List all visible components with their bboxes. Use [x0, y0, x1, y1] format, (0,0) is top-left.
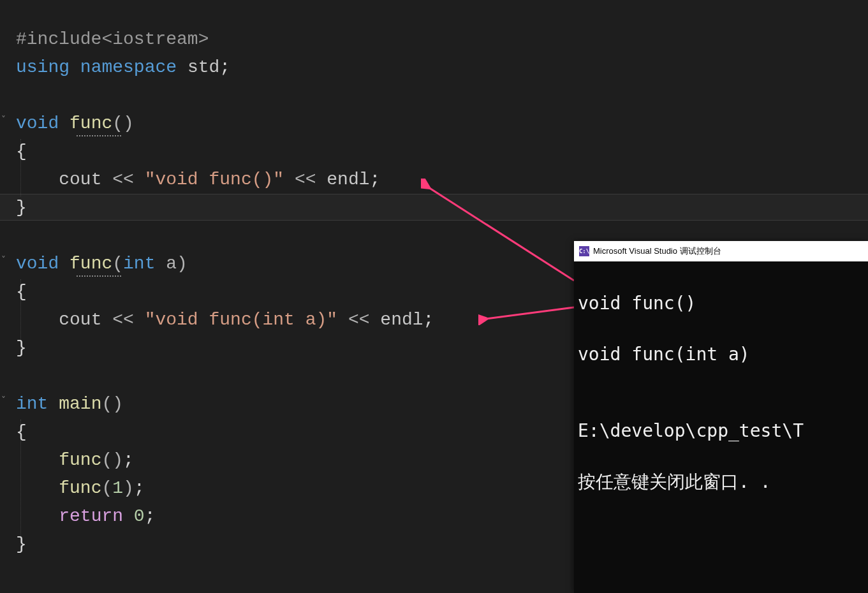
function-call: func — [59, 478, 101, 498]
code-line: { — [16, 138, 868, 166]
code-line: cout << "void func()" << endl; — [16, 166, 868, 194]
output-line: void func() — [578, 291, 864, 316]
output-line: E:\develop\cpp_test\T — [578, 418, 864, 444]
function-call: func — [59, 450, 101, 470]
number-literal: 1 — [112, 478, 123, 498]
keyword-void: void — [16, 113, 59, 133]
identifier-std: std — [188, 57, 219, 77]
identifier-cout: cout — [59, 310, 101, 330]
code-line — [16, 82, 868, 110]
brace: { — [16, 422, 27, 442]
code-line: } — [16, 194, 868, 222]
window-title: Microsoft Visual Studio 调试控制台 — [593, 245, 721, 257]
code-line: void func() — [16, 110, 868, 138]
identifier-endl: endl — [327, 170, 369, 189]
brace: } — [16, 198, 27, 217]
keyword-void: void — [16, 254, 59, 274]
keyword-using: using — [16, 57, 70, 77]
number-literal: 0 — [134, 506, 145, 526]
debug-console-window[interactable]: C:\ Microsoft Visual Studio 调试控制台 void f… — [574, 241, 868, 593]
code-line: #include<iostream> — [16, 26, 868, 54]
console-icon: C:\ — [579, 246, 589, 256]
console-output[interactable]: void func() void func(int a) E:\develop\… — [574, 261, 868, 550]
code-line: using namespace std; — [16, 54, 868, 82]
brace: } — [16, 338, 27, 358]
keyword-namespace: namespace — [80, 57, 177, 77]
output-line: 按任意键关闭此窗口. . — [578, 469, 864, 495]
keyword-return: return — [59, 506, 123, 526]
preprocessor: #include — [16, 29, 101, 49]
identifier-endl: endl — [380, 310, 423, 330]
window-titlebar[interactable]: C:\ Microsoft Visual Studio 调试控制台 — [574, 241, 868, 261]
keyword-int: int — [16, 394, 48, 414]
brace: { — [16, 282, 27, 302]
string-literal: "void func(int a)" — [145, 310, 337, 330]
param-name: a — [166, 254, 177, 274]
parens: () — [101, 394, 123, 414]
identifier-cout: cout — [59, 170, 101, 189]
function-name: func — [70, 113, 112, 133]
output-line: void func(int a) — [578, 342, 864, 367]
string-literal: "void func()" — [145, 170, 284, 189]
function-name: main — [59, 394, 101, 414]
header: <iostream> — [101, 29, 209, 49]
brace: { — [16, 142, 27, 161]
function-name: func — [70, 254, 112, 274]
keyword-int: int — [123, 254, 155, 274]
brace: } — [16, 534, 27, 554]
parens: () — [112, 113, 134, 133]
